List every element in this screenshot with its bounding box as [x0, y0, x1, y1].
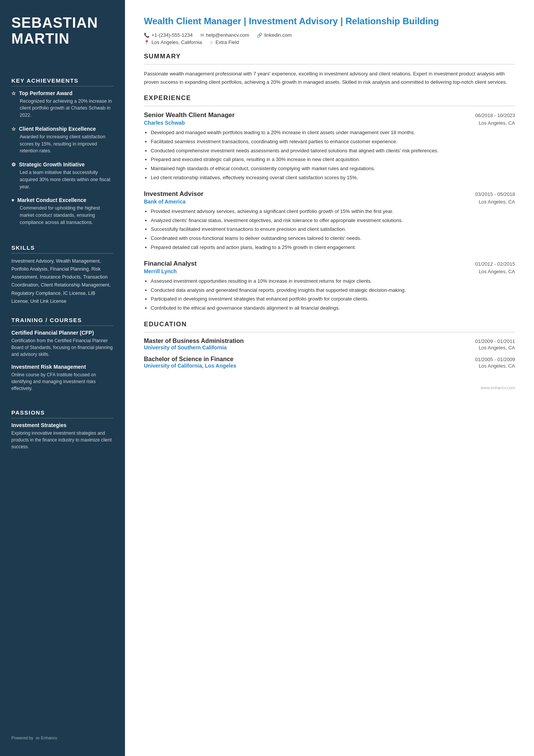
experience-divider	[144, 106, 515, 106]
edu-header-2: Bachelor of Science in Finance 01/2005 -…	[144, 356, 515, 363]
job-dates-3: 01/2012 - 02/2015	[475, 261, 515, 267]
phone-contact: 📞 +1-(234)-555-1234	[144, 32, 193, 38]
job-bullets-3: Assessed investment opportunities result…	[144, 277, 515, 312]
passion-desc: Exploring innovative investment strategi…	[11, 430, 114, 450]
job-bullets-2: Provided investment advisory services, a…	[144, 208, 515, 252]
heart-icon: ♥	[11, 197, 14, 203]
candidate-name: SEBASTIAN MARTIN	[11, 15, 114, 47]
extra-contact: ☆ Extra Field	[209, 39, 239, 45]
extra-value: Extra Field	[215, 39, 239, 45]
bullet: Conducted comprehensive investment needs…	[151, 147, 515, 155]
training-desc: Online course by CFA Institute focused o…	[11, 371, 114, 392]
education-item-2: Bachelor of Science in Finance 01/2005 -…	[144, 356, 515, 369]
edu-school-row-2: University of California, Los Angeles Lo…	[144, 363, 515, 369]
summary-divider	[144, 64, 515, 64]
achievements-section-title: KEY ACHIEVEMENTS	[11, 77, 114, 86]
job-company-row-1: Charles Schwab Los Angeles, CA	[144, 120, 515, 126]
footer-url: www.enhancv.com	[481, 385, 515, 390]
training-title: Investment Risk Management	[11, 364, 114, 370]
edu-dates-2: 01/2005 - 01/2009	[475, 357, 515, 362]
bullet: Led client relationship initiatives, eff…	[151, 174, 515, 182]
skills-section-title: SKILLS	[11, 244, 114, 254]
education-divider	[144, 332, 515, 332]
job-company-2: Bank of America	[144, 199, 186, 205]
location-icon: 📍	[144, 40, 150, 45]
bullet: Contributed to the ethical and governanc…	[151, 304, 515, 312]
job-company-row-3: Merrill Lynch Los Angeles, CA	[144, 268, 515, 274]
achievement-item: ☆ Top Performer Award Recognized for ach…	[11, 90, 114, 119]
job-role-2: Investment Advisor	[144, 190, 203, 198]
achievement-title: ☆ Client Relationship Excellence	[11, 126, 114, 132]
logo-icon: ∞	[36, 735, 39, 741]
edu-location-2: Los Angeles, CA	[479, 363, 515, 369]
summary-text: Passionate wealth management professiona…	[144, 70, 515, 86]
achievement-title: ☆ Top Performer Award	[11, 90, 114, 96]
achievements-list: ☆ Top Performer Award Recognized for ach…	[11, 90, 114, 233]
main-content: Wealth Client Manager | Investment Advis…	[125, 0, 534, 756]
email-contact: ✉ help@enhancv.com	[200, 32, 249, 38]
job-company-1: Charles Schwab	[144, 120, 185, 126]
training-item: Investment Risk Management Online course…	[11, 364, 114, 392]
achievement-desc: Commended for upholding the highest mark…	[11, 205, 114, 226]
achievement-title: ⚙ Strategic Growth Initiative	[11, 161, 114, 167]
achievement-item: ☆ Client Relationship Excellence Awarded…	[11, 126, 114, 155]
enhancv-logo: ∞ Enhancv	[36, 735, 57, 741]
phone-icon: 📞	[144, 33, 150, 38]
passions-section-title: PASSIONS	[11, 409, 114, 418]
job-location-2: Los Angeles, CA	[479, 199, 515, 205]
bullet: Conducted data analysis and generated fi…	[151, 286, 515, 294]
contact-row: 📞 +1-(234)-555-1234 ✉ help@enhancv.com 🔗…	[144, 32, 515, 38]
education-item-1: Master of Business Administration 01/200…	[144, 338, 515, 351]
edu-dates-1: 01/2009 - 01/2011	[475, 338, 515, 344]
location-contact: 📍 Los Angeles, California	[144, 39, 202, 45]
main-footer: www.enhancv.com	[144, 374, 515, 390]
edu-school-2: University of California, Los Angeles	[144, 363, 236, 369]
brand-name: Enhancv	[41, 736, 57, 740]
bullet: Successfully facilitated investment tran…	[151, 225, 515, 233]
achievement-item: ♥ Market Conduct Excellence Commended fo…	[11, 197, 114, 226]
job-company-3: Merrill Lynch	[144, 268, 177, 274]
job-dates-1: 06/2018 - 10/2023	[475, 113, 515, 118]
achievement-desc: Led a team initiative that successfully …	[11, 169, 114, 190]
sidebar: SEBASTIAN MARTIN KEY ACHIEVEMENTS ☆ Top …	[0, 0, 125, 756]
edu-header-1: Master of Business Administration 01/200…	[144, 338, 515, 344]
gear-icon: ⚙	[11, 162, 16, 167]
email-value: help@enhancv.com	[206, 32, 249, 38]
training-item: Certified Financial Planner (CFP) Certif…	[11, 330, 114, 358]
linkedin-value: linkedin.com	[264, 32, 292, 38]
summary-heading: SUMMARY	[144, 53, 515, 60]
phone-value: +1-(234)-555-1234	[151, 32, 193, 38]
linkedin-contact[interactable]: 🔗 linkedin.com	[257, 32, 292, 38]
powered-by-label: Powered by	[11, 736, 33, 740]
job-bullets-1: Developed and managed wealth portfolios …	[144, 129, 515, 182]
training-desc: Certification from the Certified Financi…	[11, 337, 114, 358]
edu-degree-1: Master of Business Administration	[144, 338, 244, 344]
bullet: Prepared and executed strategic call pla…	[151, 156, 515, 164]
job-company-row-2: Bank of America Los Angeles, CA	[144, 199, 515, 205]
edu-location-1: Los Angeles, CA	[479, 345, 515, 351]
passion-title: Investment Strategies	[11, 422, 114, 428]
edu-school-1: University of Southern California	[144, 344, 227, 351]
job-dates-2: 03/2015 - 05/2018	[475, 191, 515, 197]
job-header-2: Investment Advisor 03/2015 - 05/2018	[144, 190, 515, 198]
training-list: Certified Financial Planner (CFP) Certif…	[11, 330, 114, 398]
experience-heading: EXPERIENCE	[144, 94, 515, 102]
bullet: Coordinated with cross-functional teams …	[151, 235, 515, 243]
email-icon: ✉	[200, 33, 204, 38]
job-location-1: Los Angeles, CA	[479, 120, 515, 126]
job-block-3: Financial Analyst 01/2012 - 02/2015 Merr…	[144, 260, 515, 312]
linkedin-icon: 🔗	[257, 33, 262, 38]
job-location-3: Los Angeles, CA	[479, 269, 515, 274]
training-title: Certified Financial Planner (CFP)	[11, 330, 114, 336]
job-block-1: Senior Wealth Client Manager 06/2018 - 1…	[144, 111, 515, 182]
bullet: Participated in developing investment st…	[151, 295, 515, 303]
training-section-title: TRAINING / COURSES	[11, 317, 114, 326]
bullet: Prepared detailed call reports and actio…	[151, 244, 515, 252]
edu-degree-2: Bachelor of Science in Finance	[144, 356, 234, 363]
achievement-desc: Awarded for increasing client satisfacti…	[11, 133, 114, 155]
sidebar-footer: Powered by ∞ Enhancv	[11, 723, 114, 741]
achievement-title: ♥ Market Conduct Excellence	[11, 197, 114, 203]
job-header-3: Financial Analyst 01/2012 - 02/2015	[144, 260, 515, 268]
achievement-desc: Recognized for achieving a 20% increase …	[11, 98, 114, 119]
bullet: Developed and managed wealth portfolios …	[151, 129, 515, 137]
